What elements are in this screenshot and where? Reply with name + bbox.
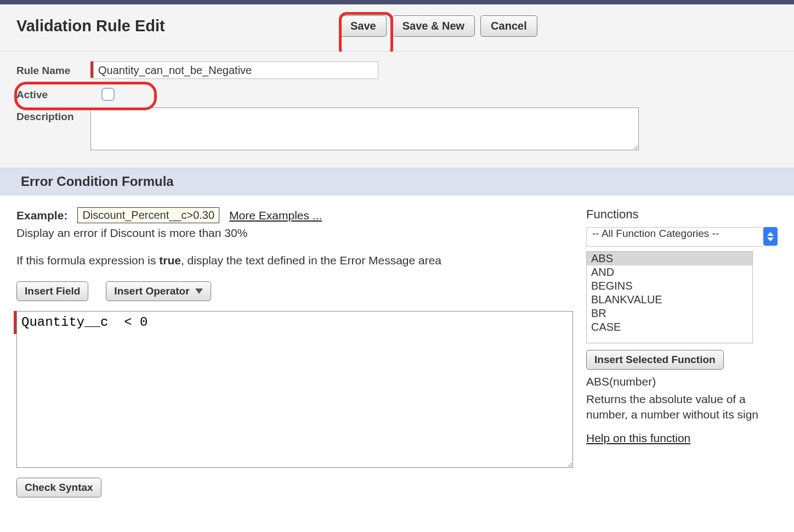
rule-name-label: Rule Name: [16, 61, 90, 77]
example-label: Example:: [16, 209, 67, 222]
stepper-icon: [763, 227, 778, 246]
active-checkbox[interactable]: [101, 88, 115, 101]
hint-prefix: If this formula expression is: [16, 254, 159, 267]
function-option[interactable]: AND: [587, 265, 752, 279]
formula-hint: If this formula expression is true, disp…: [16, 254, 564, 267]
function-option[interactable]: CASE: [587, 320, 752, 334]
section-header: Error Condition Formula: [0, 168, 794, 195]
function-option[interactable]: ABS: [587, 252, 752, 265]
function-category-select[interactable]: -- All Function Categories --: [586, 227, 778, 247]
description-textarea[interactable]: [90, 107, 639, 150]
example-code: Discount_Percent__c>0.30: [77, 207, 219, 223]
more-examples-link[interactable]: More Examples ...: [229, 209, 322, 222]
window-topbar: [0, 0, 794, 4]
save-button[interactable]: Save: [340, 15, 387, 37]
section-title: Error Condition Formula: [21, 174, 781, 189]
hint-suffix: , display the text defined in the Error …: [181, 254, 441, 267]
example-description: Display an error if Discount is more tha…: [16, 227, 564, 240]
function-description: Returns the absolute value of a number, …: [586, 392, 778, 423]
function-signature: ABS(number): [586, 375, 778, 388]
functions-listbox[interactable]: ABSANDBEGINSBLANKVALUEBRCASE: [586, 251, 753, 343]
save-and-new-button[interactable]: Save & New: [392, 15, 475, 37]
required-indicator: [14, 311, 16, 334]
check-syntax-button[interactable]: Check Syntax: [16, 478, 101, 497]
chevron-down-icon: [195, 288, 203, 294]
functions-label: Functions: [586, 207, 778, 222]
cancel-button[interactable]: Cancel: [480, 15, 537, 37]
function-category-selected: -- All Function Categories --: [586, 227, 763, 247]
insert-field-button[interactable]: Insert Field: [16, 281, 88, 301]
header-button-row: Save Save & New Cancel: [340, 15, 537, 37]
function-option[interactable]: BLANKVALUE: [587, 293, 752, 307]
active-label: Active: [16, 86, 90, 101]
page-title: Validation Rule Edit: [16, 17, 340, 35]
hint-bold: true: [159, 254, 181, 267]
insert-operator-label: Insert Operator: [114, 285, 189, 297]
insert-selected-function-button[interactable]: Insert Selected Function: [586, 350, 724, 370]
formula-textarea[interactable]: [16, 311, 573, 468]
help-on-this-function-link[interactable]: Help on this function: [586, 432, 690, 444]
insert-operator-button[interactable]: Insert Operator: [106, 281, 211, 301]
description-label: Description: [16, 107, 90, 123]
rule-name-input[interactable]: [93, 61, 378, 79]
function-option[interactable]: BEGINS: [587, 279, 752, 293]
fields-panel: Rule Name Active Description: [0, 52, 794, 168]
function-option[interactable]: BR: [587, 307, 752, 320]
